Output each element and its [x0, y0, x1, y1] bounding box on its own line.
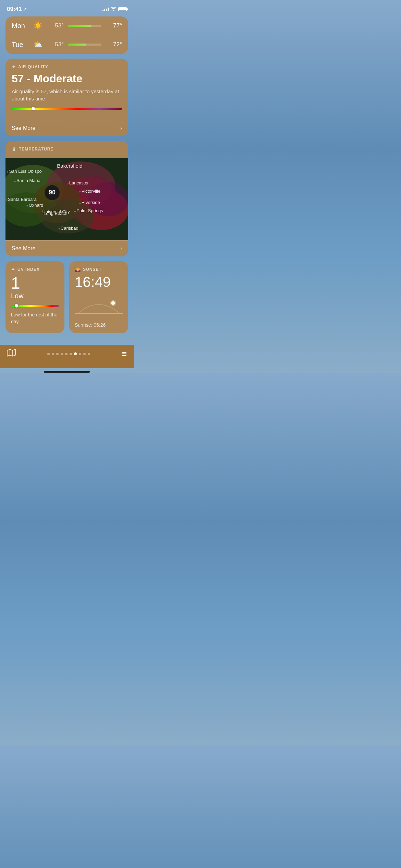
forecast-row-mon: Mon ☀️ 53° 77°: [5, 16, 128, 35]
nav-dot-7-active[interactable]: [74, 352, 77, 355]
sunset-arc-svg: [75, 292, 123, 323]
forecast-bar-mon: [68, 25, 92, 27]
nav-dot-6[interactable]: [70, 353, 72, 355]
forecast-bar-tue: [68, 44, 86, 46]
home-indicator: [44, 371, 90, 373]
nav-dot-4[interactable]: [61, 353, 63, 355]
map-label-carlsbad: Carlsbad: [58, 226, 78, 231]
temperature-icon: 🌡: [12, 146, 17, 152]
map-label-bakersfield: Bakersfield: [57, 163, 82, 169]
scroll-content: Mon ☀️ 53° 77° Tue ⛅ 53° 72° ✦ AIR QUALI…: [0, 16, 134, 345]
nav-dots: [47, 352, 90, 355]
signal-bar-2: [104, 9, 105, 11]
map-label-lancaster: Lancaster: [67, 180, 89, 185]
wifi-icon: [111, 7, 116, 12]
air-quality-content: ✦ AIR QUALITY 57 - Moderate Air quality …: [5, 59, 128, 120]
air-quality-bar: [12, 108, 122, 110]
map-label-riverside: Riverside: [79, 200, 100, 205]
air-quality-section-label: AIR QUALITY: [18, 64, 48, 69]
uv-index-card: ✦ UV INDEX 1 Low Low for the rest of the…: [5, 261, 64, 333]
forecast-high-mon: 77°: [106, 22, 122, 29]
map-label-victorville: Victorville: [79, 189, 100, 194]
nav-dot-8[interactable]: [79, 353, 81, 355]
forecast-low-tue: 53°: [47, 41, 64, 48]
nav-dot-10[interactable]: [88, 353, 90, 355]
temperature-chevron-icon: ›: [120, 245, 122, 252]
signal-bars: [102, 7, 109, 11]
air-quality-see-more[interactable]: See More ›: [5, 120, 128, 136]
map-label-santa-barbara: Santa Barbara: [5, 197, 37, 202]
sunset-card: 🌄 SUNSET 16:49 Sunrise: 06:26: [69, 261, 128, 333]
forecast-high-tue: 72°: [106, 41, 122, 48]
temperature-header: 🌡 TEMPERATURE: [5, 141, 128, 158]
sunset-section-label: SUNSET: [83, 267, 102, 272]
signal-bar-3: [106, 9, 107, 11]
air-quality-label: ✦ AIR QUALITY: [12, 64, 122, 70]
air-quality-chevron-icon: ›: [120, 125, 122, 131]
forecast-card: Mon ☀️ 53° 77° Tue ⛅ 53° 72°: [5, 16, 128, 54]
battery-fill: [119, 8, 126, 10]
air-quality-card: ✦ AIR QUALITY 57 - Moderate Air quality …: [5, 59, 128, 136]
uv-index-value: 1: [11, 275, 59, 291]
forecast-row-tue: Tue ⛅ 53° 72°: [5, 35, 128, 54]
uv-index-description: Low for the rest of the day.: [11, 312, 59, 325]
nav-dot-3[interactable]: [56, 353, 59, 355]
forecast-bar-container-tue: [68, 44, 101, 46]
sunset-icon: 🌄: [75, 267, 81, 272]
uv-index-section-label: UV INDEX: [17, 267, 40, 272]
uv-index-label: ✦ UV INDEX: [11, 267, 59, 272]
current-temp-badge: 90: [45, 185, 60, 200]
bottom-cards-row: ✦ UV INDEX 1 Low Low for the rest of the…: [5, 261, 128, 333]
map-label-palm-springs: Palm Springs: [74, 208, 103, 213]
location-icon: ↗: [23, 7, 27, 12]
air-quality-indicator: [32, 107, 35, 110]
time-display: 09:41: [7, 6, 22, 13]
list-nav-icon[interactable]: ≡: [122, 349, 127, 358]
sunset-label: 🌄 SUNSET: [75, 267, 123, 272]
forecast-day-mon: Mon: [12, 22, 28, 30]
uv-index-level: Low: [11, 292, 59, 300]
bottom-nav: ≡: [0, 345, 134, 368]
temperature-see-more-text: See More: [12, 245, 35, 252]
current-temp-value: 90: [49, 189, 56, 196]
air-quality-value: 57 - Moderate: [12, 72, 122, 85]
forecast-bar-container-mon: [68, 25, 101, 27]
status-icons: [102, 7, 127, 12]
map-label-santa-maria: Santa Maria: [14, 178, 40, 183]
nav-dot-1[interactable]: [47, 353, 50, 355]
forecast-icon-tue: ⛅: [32, 40, 43, 49]
forecast-low-mon: 53°: [47, 22, 64, 29]
air-quality-icon: ✦: [12, 64, 16, 70]
map-label-san-luis-obispo: San Luis Obispo: [7, 169, 42, 174]
uv-index-icon: ✦: [11, 267, 15, 272]
nav-dot-2[interactable]: [52, 353, 54, 355]
status-bar: 09:41 ↗: [0, 0, 134, 16]
signal-bar-1: [102, 10, 104, 11]
status-time: 09:41 ↗: [7, 6, 27, 13]
battery-icon: [118, 7, 127, 11]
temperature-label: 🌡 TEMPERATURE: [12, 146, 122, 152]
map-label-oxnard: Oxnard: [26, 203, 43, 208]
svg-point-12: [110, 300, 116, 306]
temperature-map: San Luis Obispo Bakersfield Santa Maria …: [5, 158, 128, 240]
forecast-day-tue: Tue: [12, 41, 28, 49]
temperature-section-label: TEMPERATURE: [19, 147, 53, 152]
map-nav-icon[interactable]: [7, 349, 16, 359]
uv-index-bar: [11, 305, 59, 307]
uv-index-indicator: [15, 304, 18, 308]
air-quality-see-more-text: See More: [12, 125, 35, 131]
sunset-time: 16:49: [75, 275, 123, 289]
map-icon-svg: [7, 349, 16, 357]
air-quality-description: Air quality is 57, which is similar to y…: [12, 88, 122, 102]
temperature-card: 🌡 TEMPERATURE: [5, 141, 128, 256]
temperature-see-more[interactable]: See More ›: [5, 240, 128, 256]
forecast-icon-mon: ☀️: [32, 21, 43, 30]
nav-dot-9[interactable]: [83, 353, 86, 355]
current-location-label: Universal City: [42, 209, 70, 214]
signal-bar-4: [108, 8, 109, 11]
nav-dot-5[interactable]: [65, 353, 68, 355]
sunrise-label: Sunrise: 06:26: [75, 322, 123, 328]
sunset-arc: [75, 292, 123, 320]
